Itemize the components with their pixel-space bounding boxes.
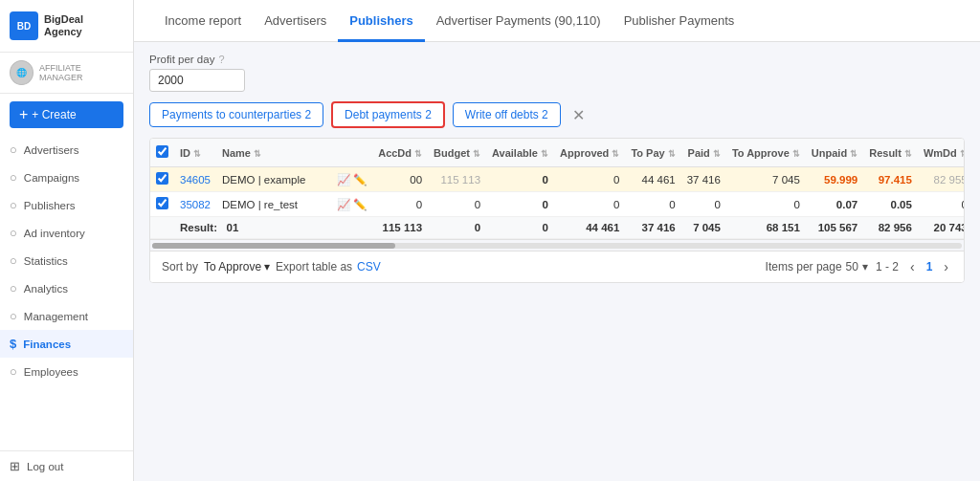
scrollbar-thumb[interactable] [152,243,395,249]
create-button[interactable]: + + Create [10,101,123,128]
items-per-page: Items per page 50 ▾ [766,260,868,273]
sidebar: BD BigDeal Agency 🌐 AFFILIATE MANAGER + … [0,0,134,481]
help-icon[interactable]: ? [218,54,224,65]
result-paid: 37 416 [625,217,680,239]
col-result[interactable]: Result ⇅ [863,139,918,167]
row1-id[interactable]: 34605 [174,167,216,192]
col-id[interactable]: ID ⇅ [174,139,216,167]
result-wmdd: 82 956 [863,217,918,239]
export-section: Export table as CSV [276,260,381,273]
plus-icon: + [19,107,28,122]
sidebar-item-management[interactable]: ○ Management [0,302,133,330]
sidebar-nav: ○ Advertisers ○ Campaigns ○ Publishers ○… [0,136,133,450]
row2-unpaid: 0.07 [806,192,863,217]
result-budget: 115 113 [372,217,428,239]
main-content: Income report Advertisers Publishers Adv… [134,0,980,481]
sidebar-logo: BD BigDeal Agency [0,0,133,53]
payments-to-counterparties-button[interactable]: Payments to counterparties 2 [149,102,323,127]
col-wmdd[interactable]: WmDd ⇅ [918,139,964,167]
export-csv-link[interactable]: CSV [357,260,381,273]
user-role: AFFILIATE MANAGER [39,63,123,82]
debt-payments-button[interactable]: Debt payments 2 [331,101,445,128]
row1-to-pay: 44 461 [625,167,680,192]
row2-name: DEMO | re_test [216,192,331,217]
horizontal-scrollbar[interactable] [150,239,964,251]
scrollbar-track[interactable] [152,243,962,249]
row2-approved: 0 [554,192,625,217]
col-name[interactable]: Name ⇅ [216,139,331,167]
table-scroll[interactable]: ID ⇅ Name ⇅ AccDd ⇅ Budget ⇅ Available ⇅… [150,139,964,239]
logout-button[interactable]: ⊞ Log out [0,450,133,481]
col-available[interactable]: Available ⇅ [486,139,554,167]
col-unpaid[interactable]: Unpaid ⇅ [806,139,863,167]
tab-income-report[interactable]: Income report [153,0,253,42]
row1-icons[interactable]: 📈 ✏️ [331,167,372,192]
tab-publisher-payments[interactable]: Publisher Payments [612,0,746,42]
sort-dropdown[interactable]: To Approve ▾ [204,260,270,273]
row2-paid: 0 [681,192,726,217]
result-available: 0 [428,217,486,239]
row1-result: 97.415 [863,167,918,192]
advertisers-icon: ○ [10,142,17,157]
col-to-pay[interactable]: To Pay ⇅ [625,139,680,167]
result-to-pay: 44 461 [554,217,625,239]
sidebar-item-ad-inventory[interactable]: ○ Ad inventory [0,219,133,247]
pagination-bar: Sort by To Approve ▾ Export table as CSV… [150,251,964,282]
col-approved[interactable]: Approved ⇅ [554,139,625,167]
chevron-down-icon: ▾ [264,260,270,273]
col-actions [331,139,372,167]
tab-advertisers[interactable]: Advertisers [253,0,338,42]
row2-icons[interactable]: 📈 ✏️ [331,192,372,217]
sidebar-item-finances[interactable]: $ Finances [0,330,133,358]
data-table: ID ⇅ Name ⇅ AccDd ⇅ Budget ⇅ Available ⇅… [150,139,964,239]
tab-publishers[interactable]: Publishers [338,0,424,42]
current-page: 1 [926,260,933,273]
col-accd[interactable]: AccDd ⇅ [372,139,428,167]
sort-label: Sort by [162,260,198,273]
row2-result: 0.05 [863,192,918,217]
sidebar-user: 🌐 AFFILIATE MANAGER [0,53,133,94]
row1-approved: 0 [554,167,625,192]
table-header-row: ID ⇅ Name ⇅ AccDd ⇅ Budget ⇅ Available ⇅… [150,139,964,167]
result-empty [150,217,174,239]
row1-checkbox[interactable] [150,167,174,192]
logo-text: BigDeal Agency [44,13,83,38]
row2-id[interactable]: 35082 [174,192,216,217]
prev-page-button[interactable]: ‹ [906,259,919,274]
items-per-page-select[interactable]: 50 [846,260,858,273]
profit-label: Profit per day ? [149,54,965,65]
items-per-page-chevron[interactable]: ▾ [862,260,868,273]
page-number-section: 1 - 2 ‹ 1 › [876,259,952,274]
row1-accd: 00 [372,167,428,192]
sidebar-item-analytics[interactable]: ○ Analytics [0,274,133,302]
row1-name: DEMO | example [216,167,331,192]
close-button[interactable]: ✕ [568,106,589,124]
sidebar-item-employees[interactable]: ○ Employees [0,358,133,385]
table-container: ID ⇅ Name ⇅ AccDd ⇅ Budget ⇅ Available ⇅… [149,138,965,283]
profit-input[interactable] [149,69,245,92]
row2-wmdd: 0 [918,192,964,217]
row1-to-approve: 7 045 [726,167,806,192]
top-nav: Income report Advertisers Publishers Adv… [134,0,980,42]
col-paid[interactable]: Paid ⇅ [681,139,726,167]
result-col3 [331,217,372,239]
col-budget[interactable]: Budget ⇅ [428,139,486,167]
sidebar-item-advertisers[interactable]: ○ Advertisers [0,136,133,164]
row2-checkbox[interactable] [150,192,174,217]
col-to-approve[interactable]: To Approve ⇅ [726,139,806,167]
sidebar-item-campaigns[interactable]: ○ Campaigns [0,164,133,191]
result-label: Result: 01 [174,217,331,239]
tab-advertiser-payments[interactable]: Advertiser Payments (90,110) [425,0,612,42]
next-page-button[interactable]: › [940,259,952,274]
result-result: 105 567 [806,217,863,239]
ad-inventory-icon: ○ [10,226,17,240]
row1-paid: 37 416 [681,167,726,192]
sidebar-item-publishers[interactable]: ○ Publishers [0,191,133,219]
write-off-debts-button[interactable]: Write off debts 2 [453,102,561,127]
row2-accd: 0 [372,192,428,217]
campaigns-icon: ○ [10,170,17,185]
sidebar-item-statistics[interactable]: ○ Statistics [0,247,133,274]
result-unpaid: 68 151 [726,217,806,239]
select-all-header[interactable] [150,139,174,167]
analytics-icon: ○ [10,281,17,295]
